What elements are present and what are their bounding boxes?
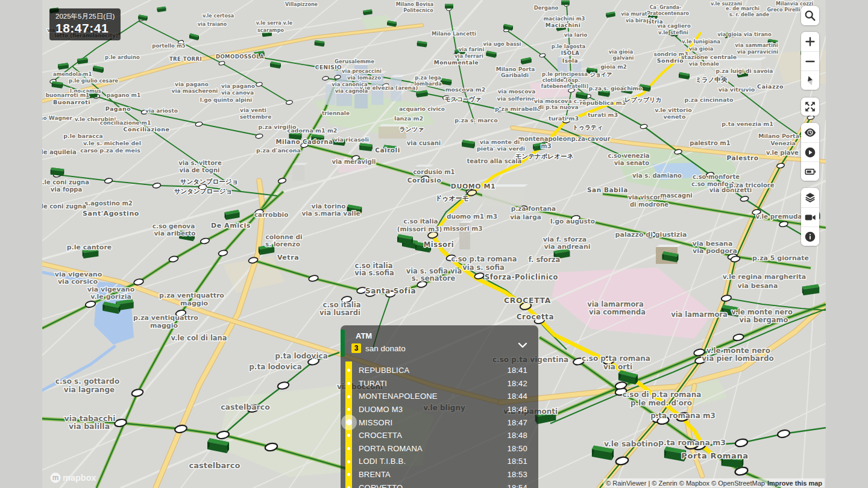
collapse-panel-button[interactable] <box>517 340 529 351</box>
playback-mode-button[interactable] <box>801 142 819 161</box>
map-label: via mascheroni <box>172 88 218 94</box>
map-label: p.za ventiquattro <box>159 292 224 299</box>
map-label: CENISIO <box>315 64 342 70</box>
zoom-out-button[interactable] <box>801 51 819 70</box>
fullscreen-icon <box>804 100 817 113</box>
map-label: acquario civico <box>399 106 445 112</box>
map-label: Sforza-Policlinico <box>485 273 558 281</box>
play-icon <box>804 146 817 159</box>
map-label: via venti <box>240 107 266 113</box>
map-label: c.so italia <box>323 301 361 309</box>
train-3d <box>561 1 570 2</box>
map-label: v.le col di lana <box>171 334 227 342</box>
map-label: via podgora <box>693 247 737 255</box>
map-label: castelbarco <box>189 461 241 470</box>
map-label: via gioia via tirano <box>717 31 772 37</box>
map-label: v.le vittorio <box>655 107 692 113</box>
map-label: p.le principessa <box>542 71 588 77</box>
map-label: duomo m1 m3 <box>447 213 497 220</box>
map-label: via ariberto <box>154 230 195 237</box>
destination-name: san donato <box>365 344 406 353</box>
underground-mode-button[interactable] <box>801 123 819 142</box>
zoom-in-button[interactable] <box>801 32 819 51</box>
building-roof <box>656 245 681 247</box>
map-label: v.le coni zugna <box>39 179 89 186</box>
timetable-row: MONTENAPOLEONE18:44 <box>341 390 538 403</box>
stop-dot <box>347 447 350 450</box>
map-label: Buonarroti <box>53 99 90 105</box>
map-label: p.le lagosta <box>552 43 586 49</box>
map-label: turati m3 <box>549 115 579 122</box>
info-icon <box>804 230 817 243</box>
ctl-nav-group <box>801 32 819 90</box>
map-label: Crocetta <box>517 313 555 321</box>
info-button[interactable] <box>801 227 819 246</box>
map-label: via de togni <box>180 167 220 174</box>
attribution-text[interactable]: © RainViewer | © Zenrin © Mapbox © OpenS… <box>606 480 765 487</box>
map-label: v.le piave <box>766 149 799 156</box>
stop-name: MONTENAPOLEONE <box>359 392 438 401</box>
search-button[interactable] <box>801 6 819 25</box>
ctl-search-group <box>801 6 819 25</box>
map-label: via corsico <box>58 278 98 286</box>
app-window: VillapizzoneMilano BovisaPolitecnicoDerg… <box>0 0 868 488</box>
layers-button[interactable] <box>801 188 819 207</box>
fullscreen-button[interactable] <box>801 98 819 116</box>
map-label: scarampo <box>257 28 284 33</box>
map-label: Missori <box>424 240 454 249</box>
map-label: pagano m1 <box>107 92 140 98</box>
map-label: Sant'Agostino <box>83 210 139 217</box>
mapbox-logo[interactable]: m mapbox <box>49 471 102 484</box>
map-label: p.ta romana m3 <box>658 438 726 447</box>
stop-name: PORTA ROMANA <box>359 444 423 453</box>
map-label: via ariosto <box>145 108 178 114</box>
map-label: e. de marchi <box>726 6 760 11</box>
map-label: Politecnico <box>403 8 433 13</box>
stop-time: 18:47 <box>507 418 527 427</box>
train-3d <box>445 4 453 6</box>
map-label: c.so p.ta romana <box>582 354 650 363</box>
map-label: ランツァ <box>400 126 424 133</box>
building-3d <box>292 165 304 181</box>
compass-button[interactable] <box>801 70 819 90</box>
map-label: via senato <box>614 160 650 166</box>
panel-header[interactable]: ATM 3 san donato <box>341 325 538 361</box>
map-label: via torino <box>312 202 346 210</box>
stop-time: 18:51 <box>507 457 527 466</box>
timetable-row: TURATI18:42 <box>341 377 538 390</box>
map-label: Milano Cadorna <box>276 139 333 145</box>
map-label: Milano Lancetti <box>432 31 476 37</box>
map-label: c.so di p.ta romana <box>623 390 702 399</box>
map-label: Cordusio <box>407 177 441 184</box>
map-label: via s. vittore <box>178 160 222 166</box>
map-label: triennale <box>322 110 350 116</box>
timetable-row: BRENTA18:53 <box>341 468 538 481</box>
map-label: turati m3 <box>588 111 618 118</box>
map-label: castelbarco <box>221 402 270 411</box>
map-label: l.go quinto alpini <box>200 97 252 103</box>
stop-name: LODI T.I.B.B. <box>359 457 406 466</box>
map-label: c.so p.ta romana <box>451 255 517 263</box>
map-label: via moscova <box>498 89 536 95</box>
map-label: via monte di <box>480 139 520 145</box>
eco-mode-button[interactable] <box>801 161 819 181</box>
map-label: p.za fontana <box>511 205 556 212</box>
map-label: via canova <box>221 90 254 96</box>
map-label: Pratocentenaro <box>647 11 690 16</box>
map-label: Caiazzo <box>757 83 784 90</box>
map-label: ミラノ中央 <box>695 76 728 83</box>
map-label: montenapoleone <box>518 136 576 142</box>
improve-map-link[interactable]: Improve this map <box>767 480 822 487</box>
map-label: repubblica m3 <box>580 99 626 106</box>
map-label: di p.ta nuova <box>538 104 579 110</box>
map-label: moscova m2 <box>445 86 486 93</box>
camera-button[interactable] <box>801 207 819 227</box>
map-label: via gioia <box>689 46 714 52</box>
map-label: via farini <box>459 46 485 52</box>
minus-icon <box>804 55 817 68</box>
map-label: via andreani <box>544 243 590 251</box>
map-label: p.za tricolore <box>729 182 775 189</box>
map-label: Santa Sofia <box>365 287 416 295</box>
map-label: p.ta lodovica <box>249 363 302 371</box>
map-label: via cusani <box>407 140 441 146</box>
